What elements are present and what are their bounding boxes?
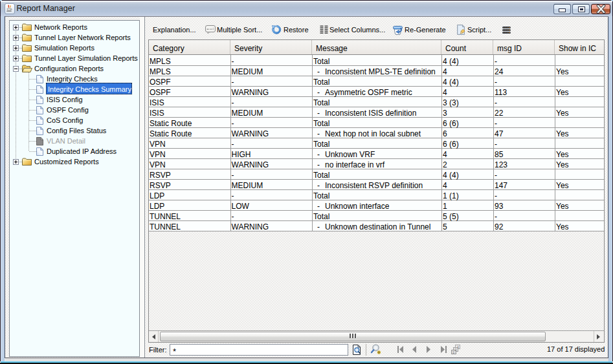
svg-text:2: 2	[454, 348, 456, 352]
svg-text:3: 3	[457, 345, 459, 349]
